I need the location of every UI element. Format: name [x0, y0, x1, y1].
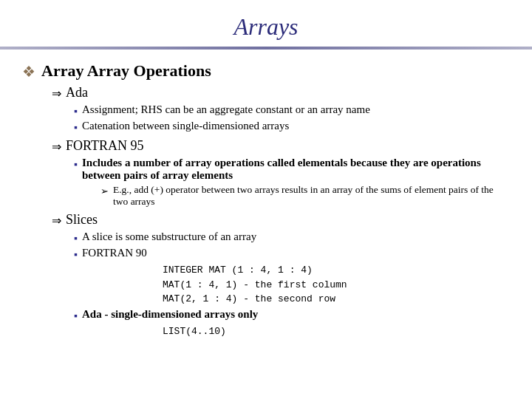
ada-label: Ada	[66, 85, 88, 100]
slices-section: ⇒ Slices ▪ A slice is some substructure …	[52, 212, 510, 338]
fortran90-code-line3: MAT(2, 1 : 4) - the second row	[163, 293, 335, 304]
slices-item-1-text: A slice is some substructure of an array	[82, 231, 256, 243]
ada-item-2: ▪ Catenation between single-dimensioned …	[74, 120, 510, 134]
square-bullet-s1-icon: ▪	[74, 233, 78, 245]
slices-item-1: ▪ A slice is some substructure of an arr…	[74, 231, 510, 245]
slices-label: Slices	[66, 212, 98, 228]
square-bullet-1-icon: ▪	[74, 106, 78, 117]
fortran95-label: FORTRAN 95	[66, 138, 143, 154]
slices-item-3-text: Ada - single-dimensioned arrays only	[82, 308, 258, 321]
square-bullet-2-icon: ▪	[74, 122, 78, 134]
fortran95-sub-items: ➢ E.g., add (+) operator between two arr…	[100, 184, 510, 208]
ada-item-1-text: Assignment; RHS can be an aggregate cons…	[82, 103, 370, 116]
square-bullet-s2-icon: ▪	[74, 249, 78, 261]
diamond-bullet-icon: ❖	[22, 63, 35, 81]
level1-array-operations: ❖ Array Array Operations	[22, 61, 510, 81]
tri-bullet-icon: ➢	[100, 185, 109, 197]
square-bullet-fortran-icon: ▪	[74, 159, 78, 171]
slices-items: ▪ A slice is some substructure of an arr…	[74, 231, 510, 338]
fortran95-sub-1: ➢ E.g., add (+) operator between two arr…	[100, 184, 510, 208]
fortran95-item-1: ▪ Includes a number of array operations …	[74, 157, 510, 182]
arrow-bullet-fortran-icon: ⇒	[52, 140, 61, 154]
ada-item-2-text: Catenation between single-dimensioned ar…	[82, 120, 289, 132]
fortran95-item-1-text: Includes a number of array operations ca…	[82, 157, 510, 182]
ada-code-line1: LIST(4..10)	[163, 326, 226, 337]
arrow-bullet-slices-icon: ⇒	[52, 214, 61, 228]
fortran90-code: INTEGER MAT (1 : 4, 1 : 4) MAT(1 : 4, 1)…	[163, 263, 510, 307]
operations-text: Array Operations	[87, 61, 211, 80]
slices-item-3: ▪ Ada - single-dimensioned arrays only	[74, 308, 510, 322]
slide-content: ❖ Array Array Operations ⇒ Ada ▪ Assignm…	[0, 58, 532, 350]
fortran95-items: ▪ Includes a number of array operations …	[74, 157, 510, 208]
level2-fortran95: ⇒ FORTRAN 95	[52, 138, 510, 154]
ada-items: ▪ Assignment; RHS can be an aggregate co…	[74, 103, 510, 134]
level1-label: Array Array Operations	[41, 61, 211, 81]
level2-ada: ⇒ Ada	[52, 85, 510, 100]
level2-slices: ⇒ Slices	[52, 212, 510, 228]
slices-item-2: ▪ FORTRAN 90	[74, 247, 510, 261]
ada-item-1: ▪ Assignment; RHS can be an aggregate co…	[74, 103, 510, 117]
fortran90-code-line2: MAT(1 : 4, 1) - the first column	[163, 279, 347, 290]
slide-title: Arrays	[0, 0, 532, 47]
divider	[0, 47, 532, 50]
ada-section: ⇒ Ada ▪ Assignment; RHS can be an aggreg…	[52, 85, 510, 134]
ada-code: LIST(4..10)	[163, 324, 510, 339]
slices-item-2-text: FORTRAN 90	[82, 247, 147, 259]
fortran95-sub-1-text: E.g., add (+) operator between two array…	[113, 184, 510, 208]
square-bullet-s3-icon: ▪	[74, 310, 78, 322]
fortran90-code-line1: INTEGER MAT (1 : 4, 1 : 4)	[163, 265, 313, 276]
arrow-bullet-ada-icon: ⇒	[52, 86, 61, 100]
fortran95-section: ⇒ FORTRAN 95 ▪ Includes a number of arra…	[52, 138, 510, 208]
slide: Arrays ❖ Array Array Operations ⇒ Ada ▪ …	[0, 0, 532, 399]
